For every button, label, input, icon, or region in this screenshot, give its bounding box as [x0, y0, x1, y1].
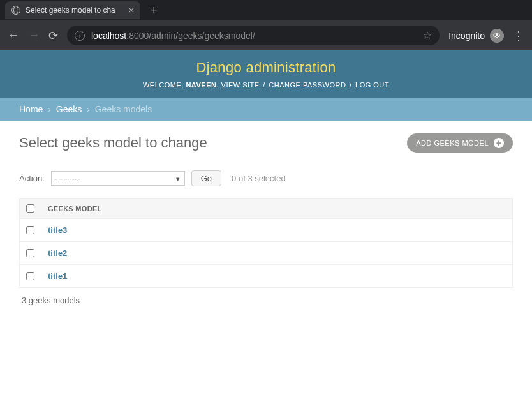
row-link[interactable]: title1: [41, 271, 67, 281]
table-row: title3: [20, 219, 512, 242]
incognito-indicator: Incognito 👁: [448, 29, 504, 43]
breadcrumb-app[interactable]: Geeks: [56, 104, 82, 114]
content-header: Select geeks model to change ADD GEEKS M…: [19, 133, 513, 153]
new-tab-button[interactable]: +: [140, 4, 168, 17]
star-icon[interactable]: ☆: [423, 29, 432, 41]
row-link[interactable]: title2: [41, 248, 67, 258]
row-checkbox[interactable]: [26, 272, 34, 280]
info-icon[interactable]: i: [75, 31, 85, 41]
results-table: GEEKS MODEL title3 title2 title1: [19, 198, 513, 288]
change-password-link[interactable]: CHANGE PASSWORD: [269, 81, 346, 89]
browser-tab[interactable]: Select geeks model to cha ×: [5, 1, 140, 19]
welcome-text: WELCOME,: [143, 81, 186, 89]
add-button-label: ADD GEEKS MODEL: [416, 139, 489, 147]
row-link[interactable]: title3: [41, 225, 67, 235]
url-text: localhost:8000/admin/geeks/geeksmodel/: [91, 31, 417, 41]
breadcrumb-home[interactable]: Home: [19, 104, 43, 114]
column-header[interactable]: GEEKS MODEL: [41, 205, 102, 213]
plus-icon: +: [494, 138, 504, 148]
table-row: title2: [20, 242, 512, 265]
go-button[interactable]: Go: [191, 170, 221, 186]
paginator: 3 geeks models: [19, 288, 513, 305]
back-icon[interactable]: ←: [8, 29, 19, 42]
row-checkbox[interactable]: [26, 249, 34, 257]
user-tools: WELCOME, NAVEEN. VIEW SITE / CHANGE PASS…: [0, 76, 532, 91]
action-label: Action:: [19, 174, 45, 183]
row-checkbox[interactable]: [26, 226, 34, 234]
admin-header: Django administration WELCOME, NAVEEN. V…: [0, 50, 532, 98]
action-select[interactable]: ---------: [51, 171, 185, 186]
content: Select geeks model to change ADD GEEKS M…: [0, 121, 532, 318]
tab-bar: Select geeks model to cha × +: [0, 0, 532, 20]
actions-bar: Action: --------- Go 0 of 3 selected: [19, 170, 513, 186]
close-icon[interactable]: ×: [129, 5, 134, 15]
nav-bar: ← → ⟳ i localhost:8000/admin/geeks/geeks…: [0, 20, 532, 50]
reload-icon[interactable]: ⟳: [48, 29, 58, 43]
globe-icon: [11, 6, 20, 15]
menu-icon[interactable]: ⋮: [513, 29, 524, 43]
browser-chrome: Select geeks model to cha × + ← → ⟳ i lo…: [0, 0, 532, 50]
paginator-summary: 3 geeks models: [22, 296, 80, 305]
forward-icon[interactable]: →: [28, 29, 40, 42]
breadcrumb: Home › Geeks › Geeks models: [0, 98, 532, 121]
breadcrumb-current: Geeks models: [95, 104, 152, 114]
site-title: Django administration: [0, 59, 532, 76]
incognito-icon: 👁: [490, 29, 504, 43]
incognito-label: Incognito: [448, 31, 485, 41]
add-button[interactable]: ADD GEEKS MODEL +: [407, 133, 513, 153]
view-site-link[interactable]: VIEW SITE: [221, 81, 260, 89]
url-bar[interactable]: i localhost:8000/admin/geeks/geeksmodel/…: [67, 26, 440, 45]
table-header: GEEKS MODEL: [20, 199, 512, 219]
selection-count: 0 of 3 selected: [232, 174, 286, 183]
table-row: title1: [20, 265, 512, 287]
select-all-checkbox[interactable]: [26, 204, 34, 213]
logout-link[interactable]: LOG OUT: [355, 81, 389, 89]
tab-title: Select geeks model to cha: [26, 6, 124, 15]
username: NAVEEN: [186, 81, 216, 89]
page-title: Select geeks model to change: [19, 135, 207, 151]
